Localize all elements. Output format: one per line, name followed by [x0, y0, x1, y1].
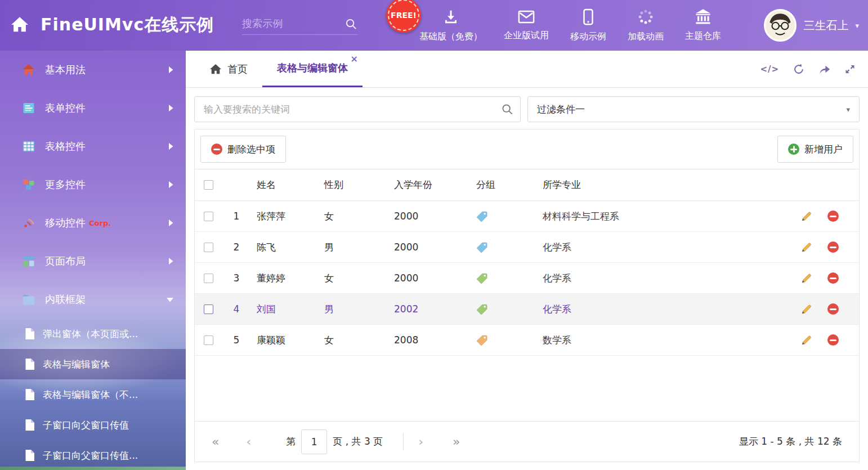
column-header-major[interactable]: 所学专业 — [537, 178, 775, 191]
cell-year: 2000 — [388, 211, 471, 222]
table-row[interactable]: 3 董婷婷 女 2000 化学系 — [195, 263, 859, 294]
row-checkbox[interactable] — [204, 274, 213, 283]
first-page-button[interactable]: « — [212, 436, 219, 448]
column-header-year[interactable]: 入学年份 — [388, 178, 471, 191]
sidebar-item-iframe[interactable]: 内联框架 — [0, 280, 186, 319]
sidebar-item-label: 基本用法 — [45, 63, 86, 77]
pagination-divider — [403, 433, 404, 450]
add-user-button[interactable]: 新增用户 — [777, 136, 853, 163]
frame-icon — [21, 293, 36, 306]
major-link[interactable]: 化学系 — [543, 241, 571, 253]
delete-selected-button[interactable]: 删除选中项 — [200, 136, 286, 163]
sidebar-subitem-grid-edit-window-2[interactable]: 表格与编辑窗体（不... — [0, 379, 186, 410]
edit-icon[interactable] — [800, 303, 813, 315]
refresh-icon[interactable] — [793, 63, 805, 75]
nav-item-label: 企业版试用 — [504, 30, 549, 42]
app-header: FineUIMvc在线示例 搜索示例 FREE! 基础版（免费） 企业版试用 移… — [0, 0, 868, 51]
sidebar-subitem-popup-window[interactable]: 弹出窗体（本页面或... — [0, 319, 186, 349]
table-row[interactable]: 1 张萍萍 女 2000 材料科学与工程系 — [195, 201, 859, 232]
table-row[interactable]: 2 陈飞 男 2000 化学系 — [195, 232, 859, 263]
nav-item-theme-repo[interactable]: 主题仓库 — [685, 9, 721, 42]
edit-icon[interactable] — [800, 241, 813, 253]
delete-icon[interactable] — [827, 303, 839, 315]
file-icon — [25, 328, 35, 340]
table-row[interactable]: 5 康颖颖 女 2008 数学系 — [195, 325, 859, 356]
cell-gender: 男 — [319, 241, 388, 254]
tab-home[interactable]: 首页 — [195, 51, 262, 87]
major-link[interactable]: 数学系 — [543, 334, 571, 346]
edit-icon[interactable] — [800, 334, 813, 346]
sidebar-item-mobile-controls[interactable]: 移动控件 Corp. — [0, 204, 186, 242]
spinner-icon — [637, 8, 654, 28]
search-icon[interactable] — [344, 17, 357, 30]
row-checkbox[interactable] — [204, 335, 213, 345]
nav-item-mobile-demo[interactable]: 移动示例 — [570, 8, 606, 43]
next-page-button[interactable]: › — [418, 436, 423, 448]
edit-icon[interactable] — [800, 210, 813, 222]
select-all-checkbox[interactable] — [204, 180, 213, 190]
row-checkbox[interactable] — [204, 305, 213, 314]
sidebar-item-form-controls[interactable]: 表单控件 — [0, 89, 186, 127]
filter-dropdown[interactable]: 过滤条件一 ▾ — [527, 96, 860, 122]
caret-down-icon: ▾ — [855, 21, 859, 30]
sidebar-item-grid-controls[interactable]: 表格控件 — [0, 127, 186, 165]
home-icon — [21, 64, 36, 76]
envelope-icon — [518, 10, 535, 26]
caret-down-icon: ▾ — [846, 105, 850, 114]
cell-year: 2002 — [388, 303, 471, 315]
sidebar-subitem-label: 子窗口向父窗口传值... — [43, 449, 138, 462]
user-menu[interactable]: 三生石上 ▾ — [764, 0, 859, 51]
last-page-button[interactable]: » — [453, 436, 460, 448]
sidebar-subitem-child-to-parent-2[interactable]: 子窗口向父窗口传值... — [0, 440, 186, 470]
pagination-bar: « ‹ 第 页 , 共 3 页 › » 显示 1 - 5 条 , 共 12 条 — [195, 421, 859, 462]
sidebar-item-page-layout[interactable]: 页面布局 — [0, 242, 186, 280]
nav-item-basic-free[interactable]: 基础版（免费） — [419, 8, 482, 43]
delete-icon[interactable] — [827, 211, 839, 222]
delete-icon[interactable] — [827, 241, 839, 253]
chevron-right-icon — [168, 66, 173, 73]
sidebar-item-basic-usage[interactable]: 基本用法 — [0, 51, 186, 89]
tab-grid-edit-window[interactable]: 表格与编辑窗体 × — [262, 51, 363, 87]
table-row-selected[interactable]: 4 刘国 男 2002 化学系 — [195, 294, 859, 325]
column-header-gender[interactable]: 性别 — [319, 178, 388, 191]
plus-circle-icon — [788, 144, 799, 155]
nav-item-loading-animation[interactable]: 加载动画 — [628, 8, 664, 43]
major-link[interactable]: 化学系 — [543, 303, 571, 315]
app-root: FineUIMvc在线示例 搜索示例 FREE! 基础版（免费） 企业版试用 移… — [0, 0, 868, 470]
download-icon — [442, 8, 459, 28]
keyword-search — [194, 96, 521, 122]
column-header-group[interactable]: 分组 — [471, 178, 537, 191]
row-checkbox[interactable] — [204, 243, 213, 252]
keyword-search-input[interactable] — [194, 96, 521, 122]
form-icon — [21, 101, 36, 115]
prev-page-button[interactable]: ‹ — [246, 436, 251, 448]
delete-icon[interactable] — [827, 334, 839, 346]
delete-icon[interactable] — [827, 272, 839, 284]
major-link[interactable]: 化学系 — [543, 272, 571, 284]
header-search[interactable]: 搜索示例 — [242, 17, 357, 35]
nav-item-label: 加载动画 — [628, 31, 664, 43]
sidebar-subitem-grid-edit-window[interactable]: 表格与编辑窗体 — [0, 349, 186, 379]
page-number-input[interactable] — [301, 429, 327, 454]
edit-icon[interactable] — [800, 272, 813, 284]
tag-icon — [476, 303, 488, 315]
sidebar-subitem-child-to-parent[interactable]: 子窗口向父窗口传值 — [0, 410, 186, 440]
close-icon[interactable]: × — [351, 55, 358, 64]
code-icon[interactable]: </> — [760, 64, 779, 74]
sidebar-item-label: 内联框架 — [45, 293, 86, 306]
home-icon[interactable] — [10, 16, 29, 35]
page-suffix-label: 页 , 共 3 页 — [333, 435, 383, 448]
column-header-name[interactable]: 姓名 — [251, 178, 319, 191]
share-icon[interactable] — [818, 64, 831, 75]
expand-icon[interactable] — [844, 64, 856, 75]
avatar[interactable] — [764, 9, 797, 42]
major-link[interactable]: 材料科学与工程系 — [543, 211, 619, 222]
nav-item-enterprise-trial[interactable]: 企业版试用 — [504, 10, 549, 42]
cell-year: 2000 — [388, 272, 471, 284]
tag-icon — [476, 211, 488, 222]
row-checkbox[interactable] — [204, 212, 213, 221]
row-index: 4 — [222, 303, 251, 315]
sidebar-item-more-controls[interactable]: 更多控件 — [0, 165, 186, 204]
search-icon[interactable] — [501, 103, 513, 118]
page-prefix-label: 第 — [286, 435, 296, 448]
